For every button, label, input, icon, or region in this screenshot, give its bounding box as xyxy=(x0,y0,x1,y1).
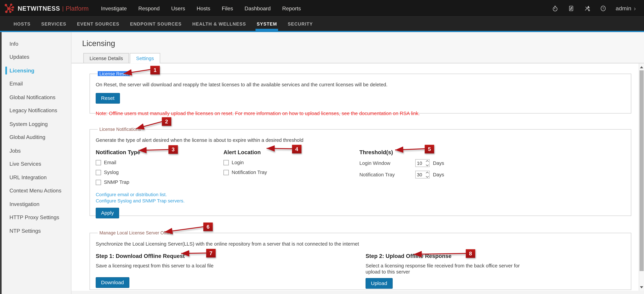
tab-license-details[interactable]: License Details xyxy=(83,53,129,63)
sidebar-item-url-integration[interactable]: URL Integration xyxy=(2,171,71,184)
sidebar-item-jobs[interactable]: Jobs xyxy=(2,144,71,158)
threshold-notification-tray-row: Notification Tray 30 Days xyxy=(359,171,625,178)
option-syslog: Syslog xyxy=(96,170,224,175)
option-login: Login xyxy=(224,160,359,165)
primary-nav: Investigate Respond Users Hosts Files Da… xyxy=(101,5,301,11)
bottom-strip xyxy=(72,291,644,294)
syslog-checkbox[interactable] xyxy=(96,170,101,175)
admin-subnav: HOSTS SERVICES EVENT SOURCES ENDPOINT SO… xyxy=(0,17,644,32)
login-window-spinner[interactable]: 10 xyxy=(415,159,430,167)
sidebar-item-investigation[interactable]: Investigation xyxy=(2,197,71,211)
login-label: Login xyxy=(232,160,244,165)
threshold-login-window-row: Login Window 10 Days xyxy=(359,159,625,167)
reset-button[interactable]: Reset xyxy=(96,93,120,104)
spinner-arrows-icon[interactable] xyxy=(426,172,428,177)
notification-type-heading: Notification Type xyxy=(96,149,224,155)
step2-description: Select a licensing response file receive… xyxy=(366,263,530,275)
notification-tray-unit: Days xyxy=(433,172,444,178)
login-checkbox[interactable] xyxy=(224,160,229,165)
tab-settings[interactable]: Settings xyxy=(130,53,160,63)
syslog-label: Syslog xyxy=(104,170,119,175)
configure-syslog-snmp-link[interactable]: Configure Syslog and SNMP Trap servers. xyxy=(96,198,224,204)
subnav-endpoint-sources[interactable]: ENDPOINT SOURCES xyxy=(125,17,187,31)
login-window-unit: Days xyxy=(433,160,444,166)
nav-item-respond[interactable]: Respond xyxy=(138,5,160,11)
sidebar-item-legacy-notifications[interactable]: Legacy Notifications xyxy=(2,104,71,117)
notification-tray-label: Notification Tray xyxy=(232,170,267,175)
brand-product: Platform xyxy=(66,5,89,12)
email-checkbox[interactable] xyxy=(96,160,101,165)
configure-email-link[interactable]: Configure email or distribution list. xyxy=(96,192,224,198)
download-button[interactable]: Download xyxy=(96,277,129,288)
license-reset-note: Note: Offline users must manually upload… xyxy=(96,111,625,116)
option-email: Email xyxy=(96,160,224,165)
subnav-system[interactable]: SYSTEM xyxy=(251,17,282,31)
sidebar-item-global-notifications[interactable]: Global Notifications xyxy=(2,91,71,104)
vertical-scrollbar[interactable] xyxy=(639,63,644,291)
login-window-label: Login Window xyxy=(359,160,415,166)
license-notifications-section: License Notifications Generate the type … xyxy=(90,127,631,216)
manage-offline-section: Manage Local License Server Offline Sync… xyxy=(90,230,631,290)
user-name: admin xyxy=(616,5,631,12)
subnav-health-wellness[interactable]: HEALTH & WELLNESS xyxy=(187,17,251,31)
subnav-services[interactable]: SERVICES xyxy=(36,17,72,31)
nav-item-users[interactable]: Users xyxy=(171,5,185,11)
email-label: Email xyxy=(104,160,116,165)
sidebar-item-context-menu-actions[interactable]: Context Menu Actions xyxy=(2,184,71,197)
subnav-event-sources[interactable]: EVENT SOURCES xyxy=(72,17,125,31)
netwitness-logo[interactable]: NETWITNESS | Platform xyxy=(4,3,88,14)
option-notification-tray: Notification Tray xyxy=(224,170,359,175)
notification-tray-value: 30 xyxy=(417,172,422,177)
nav-item-hosts[interactable]: Hosts xyxy=(196,5,210,11)
spinner-arrows-icon[interactable] xyxy=(426,161,428,165)
left-edge-strip xyxy=(0,32,2,294)
app-window: NETWITNESS | Platform Investigate Respon… xyxy=(0,0,644,294)
sidebar-item-info[interactable]: Info xyxy=(2,37,71,50)
upload-button[interactable]: Upload xyxy=(366,278,392,289)
sidebar-item-live-services[interactable]: Live Services xyxy=(2,157,71,171)
tab-bar: License Details Settings xyxy=(72,53,644,63)
sidebar-item-email[interactable]: Email xyxy=(2,77,71,91)
apply-button[interactable]: Apply xyxy=(96,208,119,218)
subnav-hosts[interactable]: HOSTS xyxy=(8,17,36,31)
nav-item-files[interactable]: Files xyxy=(222,5,233,11)
help-icon[interactable]: ? xyxy=(600,5,606,12)
step1-description: Save a licensing request from this serve… xyxy=(96,263,366,269)
manage-offline-legend: Manage Local License Server Offline xyxy=(98,230,175,235)
nav-item-investigate[interactable]: Investigate xyxy=(101,5,127,11)
notification-tray-spinner[interactable]: 30 xyxy=(415,171,430,178)
license-reset-section: License Reset On Reset, the server will … xyxy=(90,71,631,113)
nav-item-dashboard[interactable]: Dashboard xyxy=(244,5,271,11)
subnav-security[interactable]: SECURITY xyxy=(282,17,318,31)
sidebar-item-licensing[interactable]: Licensing xyxy=(2,64,71,77)
triangle-down-icon xyxy=(640,286,643,288)
preferences-icon[interactable] xyxy=(568,5,574,12)
sidebar-item-global-auditing[interactable]: Global Auditing xyxy=(2,131,71,144)
scroll-up-button[interactable] xyxy=(639,64,644,70)
topbar-utilities: ? admin › xyxy=(552,5,636,12)
license-notifications-legend: License Notifications xyxy=(98,127,142,131)
notification-tray-checkbox[interactable] xyxy=(224,170,229,175)
sidebar-item-ntp-settings[interactable]: NTP Settings xyxy=(2,224,71,237)
svg-text:?: ? xyxy=(602,7,604,10)
sidebar-item-updates[interactable]: Updates xyxy=(2,50,71,64)
timer-icon[interactable] xyxy=(552,5,558,12)
scroll-down-button[interactable] xyxy=(639,284,644,290)
main-content: Licensing License Details Settings Licen… xyxy=(72,32,644,294)
step2-heading: Step 2: Upload Offline Response xyxy=(366,253,625,259)
license-reset-legend: License Reset xyxy=(98,71,130,76)
tools-icon[interactable] xyxy=(584,5,590,12)
license-reset-description: On Reset, the server will download and r… xyxy=(96,82,625,88)
sidebar-item-http-proxy-settings[interactable]: HTTP Proxy Settings xyxy=(2,211,71,224)
system-sidebar: Info Updates Licensing Email Global Noti… xyxy=(2,32,72,294)
login-window-value: 10 xyxy=(417,161,422,166)
license-notifications-description: Generate the type of alert desired when … xyxy=(96,137,625,143)
sidebar-item-system-logging[interactable]: System Logging xyxy=(2,117,71,131)
user-menu[interactable]: admin › xyxy=(616,5,636,12)
nav-item-reports[interactable]: Reports xyxy=(282,5,301,11)
scrollbar-thumb[interactable] xyxy=(640,70,644,271)
snmp-trap-checkbox[interactable] xyxy=(96,180,101,185)
option-snmp-trap: SNMP Trap xyxy=(96,179,224,185)
page-title: Licensing xyxy=(82,39,644,48)
chevron-right-icon: › xyxy=(634,5,636,12)
